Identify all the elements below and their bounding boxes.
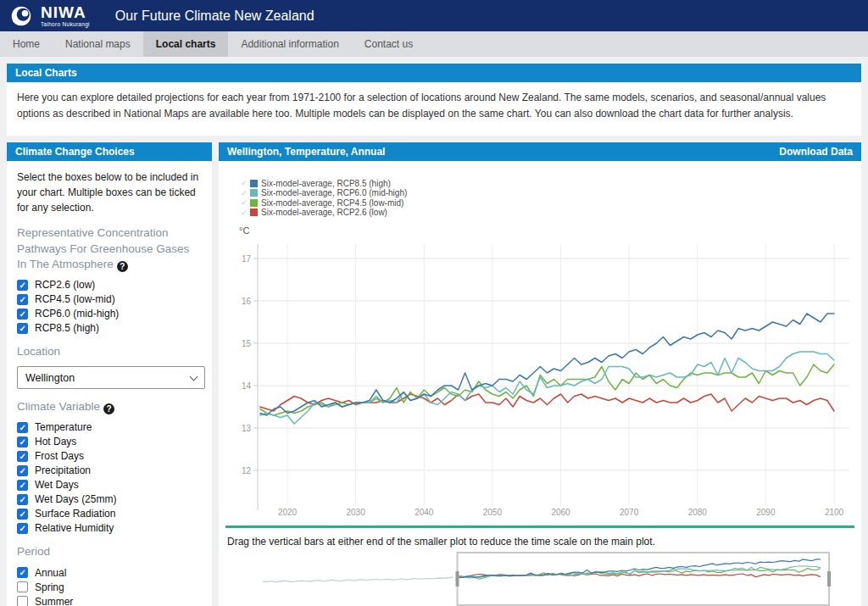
rcp-option-rcp6-0-mid-high[interactable]: RCP6.0 (mid-high): [17, 308, 202, 320]
checkbox-label: Summer: [35, 596, 73, 606]
checkbox[interactable]: [17, 436, 28, 448]
legend-label: Six-model-average, RCP4.5 (low-mid): [261, 198, 403, 208]
nav-item-local-charts[interactable]: Local charts: [143, 31, 229, 57]
legend-check-icon: ✓: [241, 189, 248, 197]
legend-label: Six-model-average, RCP8.5 (high): [261, 179, 391, 188]
checkbox[interactable]: [17, 581, 28, 592]
checkbox[interactable]: [17, 280, 28, 291]
rcp-help-icon[interactable]: ?: [117, 261, 128, 272]
svg-text:14: 14: [242, 381, 252, 391]
legend-item-six-model-average-rcp4-5-low-mid[interactable]: ✓Six-model-average, RCP4.5 (low-mid): [241, 197, 861, 208]
checkbox-label: Hot Days: [35, 436, 76, 448]
page-title: Our Future Climate New Zealand: [115, 8, 314, 24]
checkbox[interactable]: [17, 567, 28, 578]
sidebar-instructions: Select the boxes below to be included in…: [17, 170, 202, 215]
checkbox-label: Annual: [35, 567, 66, 579]
svg-text:2040: 2040: [415, 508, 434, 517]
local-charts-banner: Local Charts: [7, 64, 861, 82]
svg-text:2070: 2070: [620, 508, 639, 517]
checkbox-label: Temperature: [35, 421, 92, 433]
chart-panel: Wellington, Temperature, Annual Download…: [219, 142, 861, 606]
legend-item-six-model-average-rcp6-0-mid-high[interactable]: ✓Six-model-average, RCP6.0 (mid-high): [241, 188, 861, 198]
period-checklist: AnnualSpringSummerAutumnWinter: [17, 567, 202, 606]
chevron-down-icon: [190, 372, 198, 381]
checkbox[interactable]: [17, 596, 28, 606]
nav-item-national-maps[interactable]: National maps: [53, 31, 143, 57]
chart-legend: ✓Six-model-average, RCP8.5 (high)✓Six-mo…: [241, 178, 861, 217]
checkbox[interactable]: [17, 523, 28, 534]
checkbox[interactable]: [17, 465, 28, 476]
period-option-annual[interactable]: Annual: [17, 567, 202, 579]
selection-handle-right[interactable]: [827, 571, 831, 587]
legend-item-six-model-average-rcp8-5-high[interactable]: ✓Six-model-average, RCP8.5 (high): [241, 178, 861, 188]
legend-swatch: [250, 208, 258, 216]
variable-heading: Climate Variable?: [17, 399, 202, 414]
main-nav: HomeNational mapsLocal chartsAdditional …: [0, 31, 868, 57]
period-option-spring[interactable]: Spring: [17, 581, 202, 593]
selection-handle-left[interactable]: [456, 571, 459, 587]
variable-option-surface-radiation[interactable]: Surface Radiation: [17, 508, 202, 520]
variable-option-wet-days[interactable]: Wet Days: [17, 479, 202, 491]
checkbox[interactable]: [17, 294, 28, 305]
svg-text:2020: 2020: [278, 508, 298, 517]
brand-subtitle: Taihoro Nukurangi: [41, 22, 90, 28]
checkbox[interactable]: [17, 451, 28, 462]
legend-check-icon: ✓: [241, 198, 248, 207]
variable-option-temperature[interactable]: Temperature: [17, 421, 202, 433]
checkbox-label: Wet Days: [35, 479, 79, 491]
variable-option-wet-days-25mm[interactable]: Wet Days (25mm): [17, 493, 202, 505]
time-selection-window[interactable]: [458, 553, 830, 605]
checkbox-label: RCP2.6 (low): [35, 279, 95, 291]
rcp-option-rcp2-6-low[interactable]: RCP2.6 (low): [17, 279, 202, 291]
checkbox[interactable]: [17, 509, 28, 520]
nav-item-additional-information[interactable]: Additional information: [228, 31, 351, 57]
variable-option-frost-days[interactable]: Frost Days: [17, 450, 202, 462]
svg-text:2060: 2060: [551, 508, 570, 517]
checkbox[interactable]: [17, 480, 28, 491]
sidebar-panel: Climate Change Choices Select the boxes …: [7, 142, 212, 606]
chart-title: Wellington, Temperature, Annual: [227, 142, 385, 161]
variable-option-hot-days[interactable]: Hot Days: [17, 436, 202, 448]
checkbox-label: Relative Humidity: [35, 522, 114, 534]
checkbox-label: RCP8.5 (high): [35, 322, 99, 334]
svg-text:2030: 2030: [347, 508, 366, 517]
checkbox-label: Wet Days (25mm): [35, 493, 116, 505]
variable-option-relative-humidity[interactable]: Relative Humidity: [17, 522, 202, 534]
checkbox[interactable]: [17, 422, 28, 433]
brand-block: NIWA Taihoro Nukurangi: [41, 4, 90, 28]
checkbox[interactable]: [17, 323, 28, 334]
svg-text:2090: 2090: [756, 508, 776, 517]
sidebar-header: Climate Change Choices: [7, 142, 212, 161]
rcp-option-rcp8-5-high[interactable]: RCP8.5 (high): [17, 322, 202, 334]
main-chart: 2020203020402050206020702080209021001213…: [224, 237, 855, 519]
nav-item-contact-us[interactable]: Contact us: [352, 31, 426, 57]
legend-check-icon: ✓: [241, 179, 248, 187]
legend-swatch: [250, 199, 258, 207]
rcp-option-rcp4-5-low-mid[interactable]: RCP4.5 (low-mid): [17, 293, 202, 305]
variable-option-precipitation[interactable]: Precipitation: [17, 464, 202, 476]
green-divider: [225, 525, 854, 528]
content-row: Climate Change Choices Select the boxes …: [7, 142, 861, 606]
variable-help-icon[interactable]: ?: [103, 403, 114, 414]
legend-label: Six-model-average, RCP2.6 (low): [261, 208, 387, 217]
svg-text:13: 13: [242, 424, 252, 433]
svg-text:2080: 2080: [688, 508, 708, 517]
svg-text:12: 12: [242, 466, 252, 475]
checkbox-label: Precipitation: [35, 464, 91, 476]
location-select[interactable]: Wellington: [17, 366, 205, 389]
checkbox-label: RCP4.5 (low-mid): [35, 293, 115, 305]
download-data-link[interactable]: Download Data: [779, 142, 853, 161]
svg-text:2050: 2050: [483, 508, 503, 517]
period-option-summer[interactable]: Summer: [17, 596, 202, 606]
nav-item-home[interactable]: Home: [0, 31, 53, 57]
app-header: NIWA Taihoro Nukurangi Our Future Climat…: [0, 0, 868, 31]
location-label: Location: [17, 344, 202, 359]
niwa-logo[interactable]: NIWA Taihoro Nukurangi: [8, 3, 90, 29]
checkbox[interactable]: [17, 309, 28, 320]
checkbox-label: Surface Radiation: [35, 508, 115, 520]
checkbox[interactable]: [17, 494, 28, 505]
legend-item-six-model-average-rcp2-6-low[interactable]: ✓Six-model-average, RCP2.6 (low): [241, 208, 861, 218]
svg-text:15: 15: [242, 339, 252, 348]
rcp-checklist: RCP2.6 (low)RCP4.5 (low-mid)RCP6.0 (mid-…: [17, 279, 202, 334]
location-select-value: Wellington: [25, 372, 75, 384]
